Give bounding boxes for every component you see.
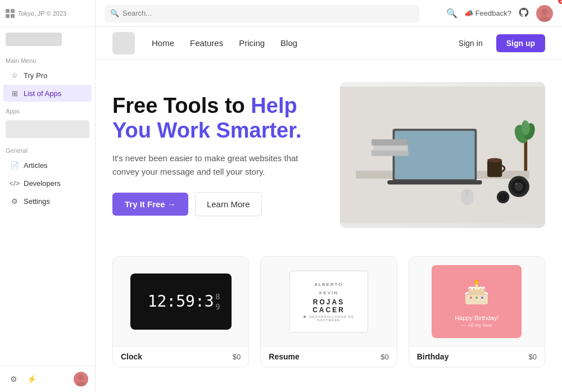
clock-time: 12:59:3 [148,292,214,311]
birthday-text: Happy Birthday! [455,314,498,321]
apps-placeholder [6,120,89,138]
sidebar-item-list-of-apps[interactable]: ⊞ List of Apps [3,85,92,102]
feedback-label: Feedback? [475,9,511,17]
filter-icon[interactable]: ⚡ [25,372,38,386]
sidebar-top: Tokyo, JP © 2023 [0,0,95,27]
logo [6,33,62,46]
resume-dot [303,316,306,318]
resume-role: DESARROLLADOR DE SOFTWARE [297,315,361,322]
resume-line2: KEVIN [319,290,338,295]
nav-link-blog[interactable]: Blog [280,38,297,48]
topbar-actions: 🔍 📣 Feedback? 2 [446,5,553,22]
clock-price: $0 [233,353,241,361]
nav-actions: Sign in Sign up [452,34,545,52]
nav-links: Home Features Pricing Blog [152,38,297,48]
sidebar-item-label: Settings [24,197,50,206]
svg-point-0 [78,375,84,380]
birthday-price: $0 [529,353,537,361]
resume-preview: ALBERTO KEVIN ROJAS CACER DESARROLLADOR … [261,257,396,347]
gear-icon: ⚙ [10,197,19,206]
settings-icon[interactable]: ⚙ [7,372,20,386]
learn-more-button[interactable]: Learn More [195,192,262,216]
resume-name-big: ROJAS CACER [297,298,361,314]
svg-rect-8 [387,180,482,184]
sidebar-item-label: Try Pro [24,71,47,80]
search-topbar-icon[interactable]: 🔍 [446,8,457,19]
resume-name-top: ALBERTO KEVIN [297,281,361,297]
hero-buttons: Try It Free → Learn More [112,192,318,216]
clock-card: 12:59:3 8 9 Clock $0 [112,256,249,367]
nav-logo [112,32,135,54]
resume-label: Resume [269,352,299,361]
birthday-card: Happy Birthday! — All my love Birthday $… [409,256,545,367]
cards-section: 12:59:3 8 9 Clock $0 [96,250,562,384]
general-label: General [0,142,95,156]
sidebar-item-try-pro[interactable]: ☆ Try Pro [3,67,92,84]
svg-point-1 [76,382,86,386]
sidebar-location: Tokyo, JP © 2023 [18,10,66,17]
resume-footer: Resume $0 [261,347,396,367]
try-it-free-button[interactable]: Try It Free → [112,193,188,216]
feedback-button[interactable]: 📣 Feedback? 2 [464,9,511,17]
birthday-preview: Happy Birthday! — All my love [409,257,545,347]
clock-sec-top: 8 [215,291,220,301]
grid-icon[interactable] [6,9,15,18]
hero-title: Free Tools to Help You Work Smarter. [112,94,318,143]
svg-point-2 [541,8,548,15]
birthday-display: Happy Birthday! — All my love [432,265,522,338]
hero-text: Free Tools to Help You Work Smarter. It'… [112,94,318,216]
sidebar-item-label: Developers [24,179,61,188]
sidebar-item-label: Articles [24,161,48,170]
svg-point-19 [499,193,507,201]
birthday-label: Birthday [417,352,449,361]
hero-subtitle: It's never been easier to make great web… [112,152,318,179]
resume-display: ALBERTO KEVIN ROJAS CACER DESARROLLADOR … [289,271,368,332]
search-container: 🔍 [105,4,419,22]
clock-display: 12:59:3 8 9 [130,274,232,330]
clock-footer: Clock $0 [113,347,248,367]
resume-price: $0 [380,353,388,361]
grid-small-icon: ⊞ [10,89,19,98]
megaphone-icon: 📣 [464,9,473,17]
user-avatar[interactable] [74,372,88,386]
star-icon: ☆ [10,71,19,80]
sidebar: Tokyo, JP © 2023 Main Menu ☆ Try Pro ⊞ L… [0,0,96,392]
resume-line1: ALBERTO [314,282,343,287]
resume-role-text: DESARROLLADOR DE SOFTWARE [309,315,354,322]
svg-point-13 [487,158,502,162]
main-menu-label: Main Menu [0,52,95,66]
nav-link-home[interactable]: Home [152,38,174,48]
main-area: 🔍 🔍 📣 Feedback? 2 [96,0,562,392]
apps-label: Apps [0,102,95,117]
doc-icon: 📄 [10,161,19,170]
topbar-user-avatar[interactable] [536,5,553,22]
clock-sec-bottom: 9 [215,302,220,312]
sidebar-item-label: List of Apps [24,89,61,98]
topbar: 🔍 🔍 📣 Feedback? 2 [96,0,562,27]
search-icon: 🔍 [110,9,119,17]
search-input[interactable] [123,9,414,17]
clock-secondary: 8 9 [215,291,220,311]
notification-badge: 2 [558,0,562,4]
sidebar-logo-bar [0,27,95,52]
sidebar-item-articles[interactable]: 📄 Articles [3,157,92,174]
svg-rect-22 [524,139,528,171]
svg-point-32 [475,297,478,299]
svg-point-17 [515,183,518,185]
github-icon[interactable] [518,7,529,20]
hero-title-plain: Free Tools to [112,94,251,117]
svg-point-30 [475,281,478,284]
nav-link-features[interactable]: Features [190,38,223,48]
svg-point-31 [470,297,472,299]
resume-card: ALBERTO KEVIN ROJAS CACER DESARROLLADOR … [260,256,397,367]
signup-button[interactable]: Sign up [496,34,545,52]
signin-button[interactable]: Sign in [452,35,490,51]
nav-link-pricing[interactable]: Pricing [239,38,265,48]
navbar: Home Features Pricing Blog Sign in Sign … [96,27,562,60]
sidebar-item-developers[interactable]: </> Developers [3,175,92,192]
birthday-footer: Birthday $0 [409,347,545,367]
hero-image [340,82,545,228]
sidebar-item-settings[interactable]: ⚙ Settings [3,193,92,209]
hero-section: Free Tools to Help You Work Smarter. It'… [96,60,562,250]
code-icon: </> [10,179,19,188]
